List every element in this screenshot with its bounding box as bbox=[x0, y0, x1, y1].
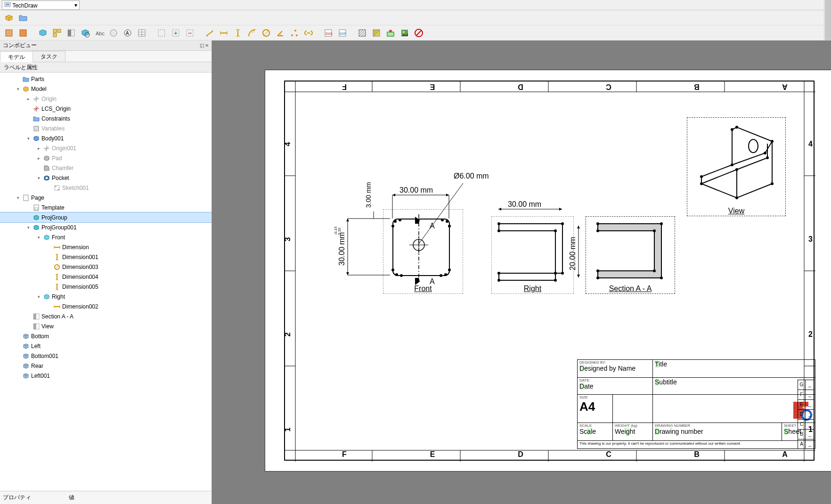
dim-diameter-icon[interactable] bbox=[260, 27, 272, 39]
image-icon[interactable] bbox=[399, 27, 411, 39]
new-page-template-icon[interactable] bbox=[17, 27, 29, 39]
detail-view-icon[interactable] bbox=[79, 27, 91, 39]
tree-item-lcs-origin[interactable]: LCS_Origin bbox=[0, 104, 212, 114]
drawing-page[interactable]: FEDCBA FEDCBA 4321 4321 bbox=[265, 70, 831, 471]
tb-date[interactable]: D bbox=[579, 382, 584, 390]
tree-item-page[interactable]: ▾Page bbox=[0, 193, 212, 203]
dim-length-icon[interactable] bbox=[204, 27, 216, 39]
tree-item-dimension[interactable]: Dimension bbox=[0, 242, 212, 252]
expand-icon[interactable]: ▾ bbox=[36, 235, 41, 240]
expand-icon[interactable]: ▾ bbox=[36, 294, 41, 299]
view-iso[interactable]: View bbox=[687, 117, 786, 216]
dim-angle-icon[interactable] bbox=[274, 27, 286, 39]
model-tree[interactable]: Parts▾Model▸OriginLCS_OriginConstraintsV… bbox=[0, 73, 212, 491]
tb-subtitle[interactable]: S bbox=[655, 378, 659, 386]
clip-group-icon[interactable] bbox=[155, 27, 168, 39]
drawing-viewport[interactable]: FEDCBA FEDCBA 4321 4321 bbox=[212, 41, 831, 504]
svg-point-158 bbox=[653, 229, 656, 232]
projection-group-icon[interactable] bbox=[51, 27, 63, 39]
tb-dn[interactable]: D bbox=[655, 428, 660, 435]
tab-model[interactable]: モデル bbox=[0, 51, 33, 62]
clip-remove-icon[interactable]: − bbox=[184, 27, 196, 39]
annotation-icon[interactable]: Abc bbox=[93, 27, 106, 39]
tree-item-section-a-a[interactable]: Section A - A bbox=[0, 311, 212, 321]
view-right[interactable]: Right bbox=[491, 216, 574, 294]
tree-item-pocket[interactable]: ▾Pocket bbox=[0, 173, 212, 183]
expand-icon[interactable]: ▾ bbox=[15, 195, 21, 200]
frame-row-right: 4 bbox=[808, 139, 813, 149]
svg-point-35 bbox=[294, 30, 296, 32]
tree-item-right[interactable]: ▾Right bbox=[0, 292, 212, 301]
svg-text:Abc: Abc bbox=[96, 31, 105, 36]
tb-designed-by[interactable]: D bbox=[579, 365, 584, 372]
folder-icon[interactable] bbox=[17, 12, 29, 24]
expand-icon[interactable]: ▸ bbox=[36, 156, 41, 161]
tmpl-icon bbox=[33, 204, 40, 211]
view-front[interactable]: A A Front bbox=[383, 209, 463, 294]
toggle-frame-icon[interactable] bbox=[413, 27, 425, 39]
tree-item-origin[interactable]: ▸Origin bbox=[0, 94, 212, 104]
tree-item-bottom[interactable]: Bottom bbox=[0, 331, 212, 341]
tree-item-pad[interactable]: ▸Pad bbox=[0, 153, 212, 163]
tree-item-projgroup001[interactable]: ▾ProjGroup001 bbox=[0, 222, 212, 232]
export-svg-icon[interactable]: SVG bbox=[322, 27, 334, 39]
close-icon[interactable]: ✕ bbox=[205, 43, 209, 48]
expand-icon[interactable]: ▾ bbox=[15, 87, 21, 91]
expand-icon[interactable]: ▸ bbox=[36, 146, 41, 151]
dim-angle3pt-icon[interactable] bbox=[288, 27, 301, 39]
tree-item-dimension005[interactable]: Dimension005 bbox=[0, 282, 212, 292]
tree-item-variables[interactable]: Variables bbox=[0, 123, 212, 133]
dim-horizontal-icon[interactable] bbox=[218, 27, 230, 39]
insert-view-icon[interactable] bbox=[37, 27, 49, 39]
tree-item-origin001[interactable]: ▸Origin001 bbox=[0, 143, 212, 153]
geom-hatch-icon[interactable] bbox=[370, 27, 383, 39]
draft-view-icon[interactable] bbox=[107, 27, 120, 39]
svg-point-154 bbox=[660, 276, 663, 279]
tree-item-left[interactable]: Left bbox=[0, 341, 212, 351]
expand-icon[interactable]: ▾ bbox=[25, 136, 31, 141]
tree-item-bottom001[interactable]: Bottom001 bbox=[0, 351, 212, 361]
symbol-icon[interactable] bbox=[384, 27, 397, 39]
tree-item-constraints[interactable]: Constraints bbox=[0, 114, 212, 123]
expand-icon[interactable]: ▸ bbox=[25, 97, 31, 101]
tree-item-rear[interactable]: Rear bbox=[0, 361, 212, 371]
tree-item-dimension002[interactable]: Dimension002 bbox=[0, 301, 212, 311]
tb-title[interactable]: T bbox=[655, 360, 659, 368]
hatch-icon[interactable] bbox=[356, 27, 368, 39]
tb-scale[interactable]: a bbox=[587, 428, 591, 435]
tree-item-chamfer[interactable]: Chamfer bbox=[0, 163, 212, 173]
tree-item-dimension003[interactable]: Dimension003 bbox=[0, 262, 212, 272]
part-icon[interactable] bbox=[3, 12, 15, 24]
tree-item-parts[interactable]: Parts bbox=[0, 74, 212, 84]
tree-item-sketch001[interactable]: Sketch001 bbox=[0, 183, 212, 193]
tab-task[interactable]: タスク bbox=[33, 51, 65, 62]
section-view-icon[interactable] bbox=[65, 27, 77, 39]
tree-item-view[interactable]: View bbox=[0, 321, 212, 331]
tree-item-left001[interactable]: Left001 bbox=[0, 371, 212, 381]
dim-link-icon[interactable] bbox=[302, 27, 315, 39]
expand-icon[interactable]: ▾ bbox=[25, 225, 31, 230]
tree-item-template[interactable]: Template bbox=[0, 203, 212, 212]
expand-icon[interactable]: ▾ bbox=[36, 176, 41, 180]
tree-label: Dimension004 bbox=[62, 274, 98, 280]
workbench-selector[interactable]: TechDraw ▾ bbox=[2, 0, 80, 10]
tree-item-front[interactable]: ▾Front bbox=[0, 232, 212, 242]
export-dxf-icon[interactable]: DXF bbox=[336, 27, 349, 39]
clip-add-icon[interactable]: + bbox=[170, 27, 182, 39]
dim-radius-icon[interactable] bbox=[246, 27, 258, 39]
tree-item-body001[interactable]: ▾Body001 bbox=[0, 133, 212, 143]
tree-item-model[interactable]: ▾Model bbox=[0, 84, 212, 94]
tree-item-dimension001[interactable]: Dimension001 bbox=[0, 252, 212, 262]
view-section[interactable]: Section A - A bbox=[586, 216, 675, 294]
dim-vertical-icon[interactable] bbox=[232, 27, 244, 39]
tb-sheet[interactable]: S bbox=[784, 428, 788, 435]
undock-icon[interactable]: ◱ bbox=[200, 43, 204, 48]
tb-weight[interactable]: g bbox=[626, 428, 630, 435]
spreadsheet-icon[interactable] bbox=[136, 27, 148, 39]
frame-row-left: 4 bbox=[283, 142, 293, 146]
svg-text:−: − bbox=[188, 29, 192, 37]
tree-item-dimension004[interactable]: Dimension004 bbox=[0, 272, 212, 282]
arch-view-icon[interactable]: A bbox=[122, 27, 134, 39]
tree-item-projgroup[interactable]: ProjGroup bbox=[0, 212, 212, 222]
new-page-icon[interactable] bbox=[3, 27, 15, 39]
